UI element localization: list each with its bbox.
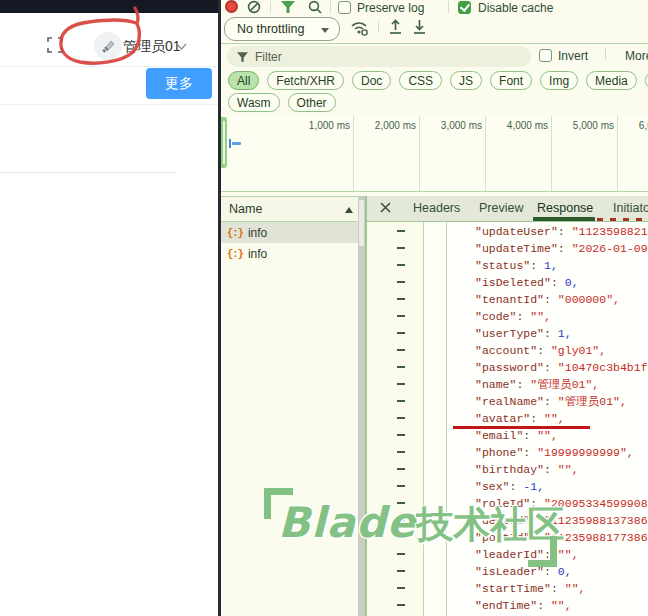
name-header-label: Name	[229, 202, 262, 216]
json-line-postId: "postId": "112359881773867520	[447, 529, 648, 546]
sword-icon	[100, 38, 117, 55]
tab-preview[interactable]: Preview	[479, 201, 523, 215]
json-line-isDeleted: "isDeleted": 0,	[447, 274, 648, 291]
request-list-scrollbar[interactable]	[358, 196, 365, 616]
fold-marker[interactable]	[397, 604, 405, 606]
fold-marker[interactable]	[397, 587, 405, 589]
fold-marker[interactable]	[397, 417, 405, 419]
filter-pill-font[interactable]: Font	[490, 71, 532, 90]
json-value: -1,	[523, 480, 544, 493]
search-icon[interactable]	[308, 0, 324, 14]
filter-pill-css[interactable]: CSS	[399, 71, 442, 90]
fold-marker[interactable]	[397, 468, 405, 470]
tab-headers[interactable]: Headers	[413, 201, 460, 215]
network-conditions-icon[interactable]	[350, 20, 370, 34]
timeline-tick-label: 3,000 ms	[422, 120, 482, 131]
fold-marker[interactable]	[397, 502, 405, 504]
annotation-underline-avatar	[453, 426, 590, 429]
fold-marker[interactable]	[397, 230, 405, 232]
fold-marker[interactable]	[397, 366, 405, 368]
timeline-tick-label: 5,000 ms	[554, 120, 614, 131]
json-value: "200953345999082291	[544, 497, 648, 510]
json-value: "",	[558, 463, 579, 476]
json-line-phone: "phone": "19999999999",	[447, 444, 648, 461]
filter-pill-wasm[interactable]: Wasm	[228, 93, 280, 112]
fold-marker[interactable]	[397, 485, 405, 487]
json-type-icon: {:}	[227, 248, 243, 260]
filter-pill-img[interactable]: Img	[540, 71, 578, 90]
user-name[interactable]: 管理员01	[123, 38, 181, 54]
json-value: "gly01",	[551, 344, 606, 357]
disable-cache-checkbox[interactable]	[458, 1, 471, 14]
json-value: "112359881773867520	[544, 531, 648, 544]
json-key: "password"	[475, 361, 544, 374]
fullscreen-icon[interactable]	[47, 37, 63, 53]
overview-left-handle[interactable]	[221, 117, 227, 168]
request-row-info[interactable]: {:}info	[221, 243, 358, 264]
fold-marker[interactable]	[397, 383, 405, 385]
name-column-header[interactable]: Name	[221, 196, 358, 222]
preserve-log-checkbox[interactable]	[338, 1, 351, 14]
filter-pill-all[interactable]: All	[228, 71, 259, 90]
json-key: "email"	[475, 429, 523, 442]
filter-pill-doc[interactable]: Doc	[352, 71, 391, 90]
export-har-icon[interactable]	[412, 19, 428, 33]
json-key: "name"	[475, 378, 516, 391]
sort-asc-icon	[345, 207, 353, 213]
json-value: "11235988217386	[572, 225, 648, 238]
json-line-email: "email": "",	[447, 427, 648, 444]
fold-marker[interactable]	[397, 434, 405, 436]
fold-marker[interactable]	[397, 349, 405, 351]
json-line-isLeader: "isLeader": 0,	[447, 563, 648, 580]
filter-placeholder: Filter	[255, 50, 282, 64]
filter-pill-fetch-xhr[interactable]: Fetch/XHR	[267, 71, 344, 90]
clear-icon[interactable]	[247, 0, 263, 14]
filter-pill-other[interactable]: Other	[288, 93, 336, 112]
invert-checkbox[interactable]	[539, 49, 552, 62]
filter-pill-media[interactable]: Media	[586, 71, 637, 90]
request-type-pills-row1: AllFetch/XHRDocCSSJSFontImgMediaManifest…	[228, 71, 648, 91]
fold-marker[interactable]	[397, 519, 405, 521]
fold-marker[interactable]	[397, 451, 405, 453]
timeline-overview[interactable]: 1,000 ms2,000 ms3,000 ms4,000 ms5,000 ms…	[221, 116, 648, 192]
line-gutter	[424, 222, 447, 616]
close-icon[interactable]	[379, 201, 393, 215]
fold-marker[interactable]	[397, 298, 405, 300]
fold-marker[interactable]	[397, 281, 405, 283]
avatar[interactable]	[94, 32, 122, 60]
request-row-info[interactable]: {:}info	[221, 222, 358, 243]
json-key: "avatar"	[475, 412, 530, 425]
filter-input[interactable]: Filter	[227, 46, 531, 67]
throttling-select[interactable]: No throttling	[224, 17, 340, 41]
preserve-log-label[interactable]: Preserve log	[357, 1, 424, 15]
chevron-down-icon[interactable]	[176, 43, 187, 50]
page-top-dark-bar	[0, 0, 221, 13]
fold-marker[interactable]	[397, 553, 405, 555]
fold-marker[interactable]	[397, 400, 405, 402]
fold-marker[interactable]	[397, 536, 405, 538]
disable-cache-label[interactable]: Disable cache	[478, 1, 553, 15]
fold-marker[interactable]	[397, 570, 405, 572]
record-button[interactable]	[225, 0, 238, 13]
timeline-tick-label: 1,000 ms	[290, 120, 350, 131]
scrollbar-thumb[interactable]	[359, 200, 364, 246]
request-list: {:}info{:}info	[221, 222, 358, 616]
json-value: "2026-01-09 15:	[572, 242, 648, 255]
fold-marker[interactable]	[397, 247, 405, 249]
fold-marker[interactable]	[397, 332, 405, 334]
import-har-icon[interactable]	[388, 19, 404, 33]
json-value: "",	[544, 412, 565, 425]
fold-marker[interactable]	[397, 264, 405, 266]
more-button[interactable]: 更多	[146, 68, 212, 99]
response-source-viewer: "updateUser": "11235988217386"updateTime…	[367, 222, 648, 616]
json-value: "",	[565, 582, 586, 595]
filter-toggle-icon[interactable]	[281, 1, 297, 15]
tab-initiator[interactable]: Initiator	[613, 201, 648, 215]
filter-pill-js[interactable]: JS	[450, 71, 482, 90]
more-filters-label[interactable]: More filters	[625, 49, 648, 63]
timeline-gridline	[419, 116, 420, 192]
tab-response[interactable]: Response	[537, 201, 593, 215]
fold-marker[interactable]	[397, 315, 405, 317]
request-name: info	[248, 247, 267, 261]
invert-label[interactable]: Invert	[558, 49, 588, 63]
